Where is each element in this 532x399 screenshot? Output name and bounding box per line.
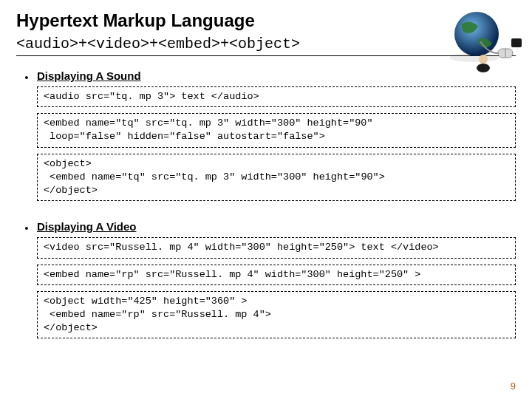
svg-point-1 (449, 53, 499, 62)
bullet: • (16, 220, 37, 344)
globe-mouse-icon (436, 6, 525, 72)
section-sound: • Displaying A Sound <audio src="tq. mp … (16, 69, 516, 207)
svg-point-5 (479, 55, 488, 64)
page-number: 9 (511, 381, 516, 392)
section-body: Displaying A Sound <audio src="tq. mp 3"… (37, 69, 516, 207)
code-box: <object> <embed name="tq" src="tq. mp 3"… (37, 154, 516, 202)
code-box: <embed name="tq" src="tq. mp 3" width="3… (37, 113, 516, 147)
code-box: <embed name="rp" src="Russell. mp 4" wid… (37, 265, 516, 285)
section-video: • Displaying A Video <video src="Russell… (16, 220, 516, 344)
svg-point-0 (454, 12, 499, 56)
svg-point-6 (477, 64, 490, 72)
svg-rect-4 (511, 38, 522, 47)
code-box: <object width="425" height="360" > <embe… (37, 291, 516, 339)
bullet: • (16, 69, 37, 207)
section-body: Displaying A Video <video src="Russell. … (37, 220, 516, 344)
slide: Hypertext Markup Language <audio>+<video… (0, 0, 532, 399)
section-heading: Displaying A Video (37, 220, 516, 233)
code-box: <audio src="tq. mp 3"> text </audio> (37, 86, 516, 107)
code-box: <video src="Russell. mp 4" width="300" h… (37, 237, 516, 258)
